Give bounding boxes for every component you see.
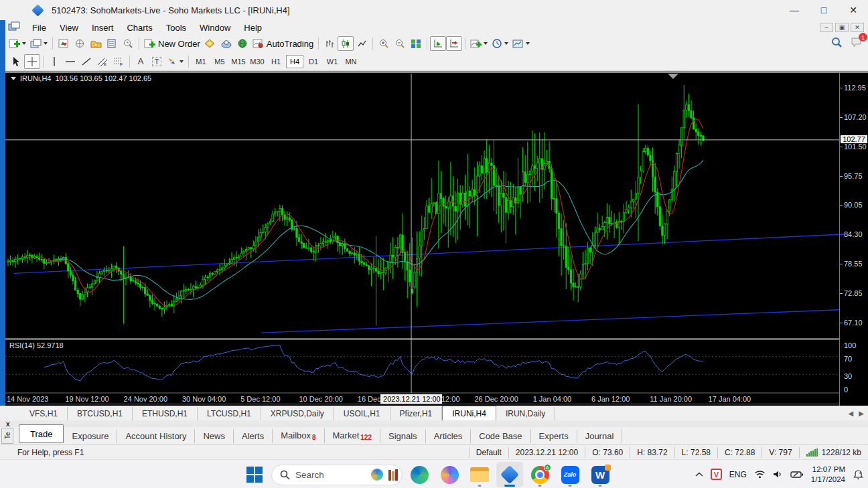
text-button[interactable]: A bbox=[133, 54, 149, 69]
taskbar-file-explorer[interactable] bbox=[466, 462, 493, 487]
menu-insert[interactable]: Insert bbox=[85, 21, 121, 34]
toolbox-tab-code-base[interactable]: Code Base bbox=[471, 429, 530, 443]
navigator-button[interactable] bbox=[88, 36, 104, 51]
auto-scroll-button[interactable] bbox=[430, 36, 446, 51]
menu-file[interactable]: File bbox=[25, 21, 53, 34]
tabs-scroll-right-icon[interactable]: ▶ bbox=[859, 410, 864, 417]
chart-tab-btcusd-h1[interactable]: BTCUSD,H1 bbox=[68, 407, 133, 420]
toolbox-tab-journal[interactable]: Journal bbox=[577, 429, 623, 443]
taskbar-word[interactable]: W bbox=[587, 462, 613, 487]
tray-chevron-up-icon[interactable] bbox=[695, 472, 703, 477]
text-label-button[interactable]: T bbox=[149, 54, 165, 69]
start-button[interactable] bbox=[241, 462, 268, 487]
vertical-line-button[interactable] bbox=[46, 54, 62, 69]
timeframe-m15[interactable]: M15 bbox=[230, 55, 247, 68]
timeframe-mn[interactable]: MN bbox=[342, 55, 360, 68]
candlestick-chart-button[interactable] bbox=[338, 36, 354, 51]
market-watch-button[interactable] bbox=[56, 36, 72, 51]
toolbox-tab-news[interactable]: News bbox=[195, 429, 234, 443]
toolbox-tab-mailbox[interactable]: Mailbox8 bbox=[273, 428, 324, 443]
cursor-button[interactable] bbox=[8, 54, 24, 69]
toolbox-tab-exposure[interactable]: Exposure bbox=[64, 429, 117, 443]
menu-charts[interactable]: Charts bbox=[120, 21, 159, 34]
chart-tab-pfizer-h1[interactable]: Pfizer,H1 bbox=[390, 407, 443, 420]
tray-clock[interactable]: 12:07 PM 1/17/2024 bbox=[811, 465, 845, 485]
toolbox-tab-alerts[interactable]: Alerts bbox=[234, 429, 273, 443]
chart-tab-ltcusd-h1[interactable]: LTCUSD,H1 bbox=[198, 407, 261, 420]
wifi-icon[interactable] bbox=[754, 470, 766, 479]
menu-window[interactable]: Window bbox=[193, 21, 237, 34]
zoom-out-button[interactable] bbox=[392, 36, 408, 51]
timeframe-h4[interactable]: H4 bbox=[286, 55, 303, 68]
timeframe-m1[interactable]: M1 bbox=[192, 55, 210, 68]
timeframe-d1[interactable]: D1 bbox=[305, 55, 322, 68]
notification-bell-icon[interactable]: z bbox=[853, 469, 864, 480]
templates-button[interactable] bbox=[510, 36, 532, 51]
toolbox-tab-experts[interactable]: Experts bbox=[531, 429, 577, 443]
periods-button[interactable] bbox=[490, 36, 510, 51]
new-chart-button[interactable] bbox=[7, 36, 28, 51]
taskbar-zalo[interactable]: Zalo bbox=[557, 462, 583, 487]
search-icon[interactable] bbox=[831, 37, 843, 50]
toolbox-tab-signals[interactable]: Signals bbox=[380, 429, 426, 443]
new-order-button[interactable]: New Order bbox=[142, 36, 202, 51]
metaeditor-button[interactable] bbox=[202, 36, 218, 51]
taskbar-edge[interactable] bbox=[406, 462, 433, 487]
tabs-scroll-left-icon[interactable]: ◀ bbox=[849, 410, 854, 417]
tile-windows-button[interactable] bbox=[408, 36, 424, 51]
chart-canvas[interactable]: 14 Nov 202319 Nov 12:0024 Nov 20:0030 No… bbox=[5, 71, 839, 406]
chart-tab-irun-daily[interactable]: IRUN,Daily bbox=[496, 407, 555, 420]
profiles-button[interactable] bbox=[28, 36, 50, 51]
line-chart-button[interactable] bbox=[354, 36, 370, 51]
speaker-icon[interactable] bbox=[773, 470, 783, 479]
price-axis[interactable]: 112.95107.20101.5095.7590.0584.3078.5572… bbox=[839, 71, 868, 406]
chart-tab-usoil-h1[interactable]: USOIL,H1 bbox=[334, 407, 390, 420]
trendline-button[interactable] bbox=[78, 54, 94, 69]
chart-tab-iruni-h4[interactable]: IRUNi,H4 bbox=[442, 406, 496, 420]
autotrading-button[interactable]: AutoTrading bbox=[250, 36, 315, 51]
menu-help[interactable]: Help bbox=[237, 21, 269, 34]
terminal-button[interactable] bbox=[104, 36, 120, 51]
crosshair-button[interactable] bbox=[24, 54, 40, 69]
chart-tab-ethusd-h1[interactable]: ETHUSD,H1 bbox=[133, 407, 198, 420]
chart-shift-button[interactable] bbox=[446, 36, 462, 51]
tray-v-app-icon[interactable]: V bbox=[711, 469, 722, 480]
taskbar-copilot[interactable] bbox=[436, 462, 463, 487]
fibonacci-button[interactable]: F bbox=[111, 54, 127, 69]
child-minimize-button[interactable]: – bbox=[820, 23, 833, 32]
taskbar-search[interactable]: Search bbox=[271, 465, 403, 485]
chevron-down-icon[interactable] bbox=[11, 77, 16, 80]
toolbox-tab-articles[interactable]: Articles bbox=[426, 429, 472, 443]
chart-shift-marker[interactable] bbox=[668, 74, 678, 79]
maximize-button[interactable]: □ bbox=[809, 0, 839, 20]
taskbar-metatrader[interactable] bbox=[496, 462, 523, 487]
data-window-button[interactable] bbox=[72, 36, 88, 51]
webterminal-button[interactable] bbox=[234, 36, 250, 51]
bar-chart-button[interactable] bbox=[321, 36, 338, 51]
tray-language[interactable]: ENG bbox=[729, 470, 747, 479]
chart-tab-vfs-h1[interactable]: VFS,H1 bbox=[20, 407, 68, 420]
toolbox-tab-market[interactable]: Market122 bbox=[325, 428, 380, 443]
chart-tab-xrpusd-daily[interactable]: XRPUSD,Daily bbox=[261, 407, 334, 420]
timeframe-h1[interactable]: H1 bbox=[267, 55, 285, 68]
horizontal-line-button[interactable] bbox=[62, 54, 78, 69]
strategy-tester-button[interactable] bbox=[120, 36, 136, 51]
child-restore-button[interactable]: ▣ bbox=[835, 23, 849, 32]
zoom-in-button[interactable] bbox=[376, 36, 392, 51]
arrows-button[interactable] bbox=[165, 54, 186, 69]
minimize-button[interactable]: — bbox=[780, 0, 809, 20]
channel-button[interactable]: E bbox=[94, 54, 111, 69]
timeframe-m5[interactable]: M5 bbox=[211, 55, 228, 68]
notifications-icon[interactable]: 1 bbox=[851, 37, 863, 50]
toolbox-tab-trade[interactable]: Trade bbox=[19, 424, 64, 443]
toolbox-tab-account-history[interactable]: Account History bbox=[117, 429, 195, 443]
timeframe-m30[interactable]: M30 bbox=[248, 55, 266, 68]
battery-pen-icon[interactable] bbox=[790, 471, 804, 479]
indicators-button[interactable] bbox=[468, 36, 490, 51]
timeframe-w1[interactable]: W1 bbox=[323, 55, 341, 68]
taskbar-chrome[interactable]: A bbox=[526, 462, 553, 487]
close-button[interactable]: ✕ bbox=[839, 0, 868, 20]
community-button[interactable] bbox=[218, 36, 234, 51]
child-close-button[interactable]: ✕ bbox=[851, 23, 864, 32]
toolbox-side-tab[interactable]: Te bbox=[1, 428, 13, 444]
